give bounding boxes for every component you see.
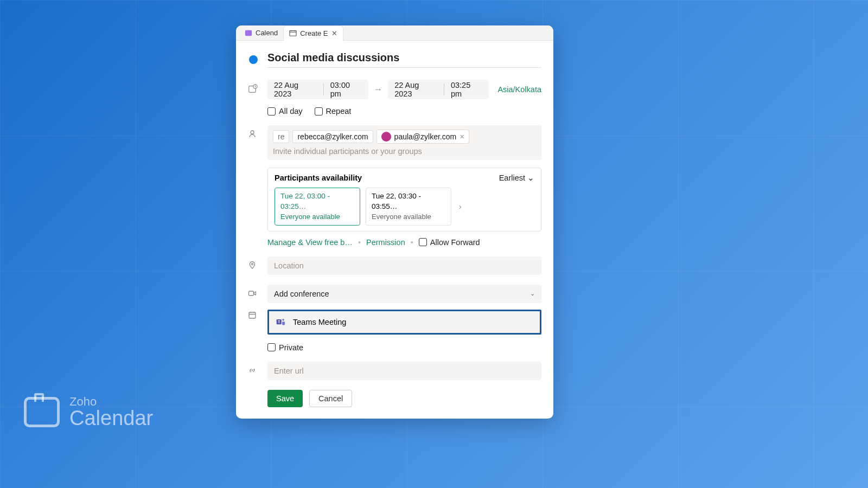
brand-product: Calendar: [69, 408, 153, 428]
svg-text:T: T: [278, 320, 280, 324]
zoho-calendar-logo: Zoho Calendar: [24, 396, 153, 428]
availability-sort-button[interactable]: Earliest ⌄: [499, 174, 534, 182]
participant-search-input[interactable]: re: [273, 130, 289, 143]
calendar-icon: [248, 306, 260, 319]
private-checkbox[interactable]: Private: [267, 343, 303, 352]
avatar: [381, 132, 391, 142]
svg-point-10: [282, 319, 284, 321]
svg-rect-1: [290, 31, 296, 36]
checkbox-icon: [267, 343, 276, 351]
private-label: Private: [279, 343, 303, 352]
svg-rect-0: [245, 30, 252, 36]
availability-panel: Participants availability Earliest ⌄ Tue…: [267, 168, 541, 232]
availability-heading: Participants availability: [275, 174, 362, 182]
svg-point-5: [251, 263, 253, 265]
allow-forward-label: Allow Forward: [430, 238, 480, 247]
svg-point-4: [251, 131, 254, 134]
location-input[interactable]: Location: [267, 256, 541, 275]
tab-label: Create E: [300, 29, 328, 37]
slot-status: Everyone available: [372, 212, 445, 222]
availability-slot[interactable]: Tue 22, 03:30 - 03:55… Everyone availabl…: [366, 188, 451, 226]
chevron-down-icon: ⌄: [530, 290, 535, 297]
tab-create-event[interactable]: Create E ✕: [283, 25, 343, 41]
remove-chip-icon[interactable]: ✕: [459, 133, 464, 140]
repeat-checkbox[interactable]: Repeat: [315, 107, 352, 115]
url-input[interactable]: Enter url: [267, 362, 541, 380]
datetime-icon: [248, 80, 260, 94]
next-slots-button[interactable]: ›: [457, 202, 464, 211]
timezone-link[interactable]: Asia/Kolkata: [497, 85, 541, 94]
slot-time: Tue 22, 03:00 - 03:25…: [280, 191, 354, 212]
end-date: 22 Aug 2023: [388, 81, 444, 98]
manage-free-busy-link[interactable]: Manage & View free b…: [267, 238, 353, 247]
participants-field[interactable]: re rebecca@zylker.com paula@zylker.com ✕…: [267, 125, 541, 160]
start-date: 22 Aug 2023: [267, 81, 323, 98]
tab-calendar[interactable]: Calend: [239, 25, 283, 41]
conference-label: Add conference: [274, 290, 329, 298]
start-time: 03:00 pm: [324, 81, 368, 98]
invite-placeholder: Invite individual participants or your g…: [273, 147, 536, 156]
checkbox-icon: [315, 107, 323, 115]
participant-chip[interactable]: rebecca@zylker.com: [292, 130, 373, 143]
tab-label: Calend: [256, 29, 278, 37]
teams-meeting-label: Teams Meeting: [293, 318, 346, 326]
link-icon: [248, 362, 260, 375]
chevron-down-icon: ⌄: [527, 174, 534, 182]
start-datetime[interactable]: 22 Aug 2023 03:00 pm: [267, 80, 368, 99]
slot-time: Tue 22, 03:30 - 03:55…: [372, 191, 445, 212]
participant-chip[interactable]: paula@zylker.com ✕: [376, 130, 470, 144]
create-event-window: Calend Create E ✕ 22 Aug 2023 03:00 pm: [236, 25, 553, 419]
end-time: 03:25 pm: [444, 81, 489, 98]
event-color-dot[interactable]: [249, 55, 258, 64]
teams-meeting-option[interactable]: T Teams Meeting: [267, 310, 541, 335]
calendar-app-icon: [245, 29, 252, 37]
separator: •: [358, 238, 361, 247]
checkbox-icon: [419, 238, 427, 246]
participant-email: paula@zylker.com: [394, 132, 457, 141]
end-datetime[interactable]: 22 Aug 2023 03:25 pm: [388, 80, 489, 99]
location-icon: [248, 256, 260, 269]
video-icon: [248, 285, 260, 298]
event-title-input[interactable]: [267, 52, 541, 68]
slot-status: Everyone available: [280, 212, 354, 222]
svg-rect-6: [249, 291, 254, 296]
checkbox-icon: [267, 107, 276, 115]
calendar-logo-icon: [24, 397, 60, 427]
separator: •: [411, 238, 413, 247]
create-event-icon: [289, 29, 297, 37]
availability-slot[interactable]: Tue 22, 03:00 - 03:25… Everyone availabl…: [275, 188, 360, 226]
repeat-label: Repeat: [326, 107, 352, 115]
all-day-checkbox[interactable]: All day: [267, 107, 303, 115]
cancel-button[interactable]: Cancel: [309, 390, 352, 407]
save-button[interactable]: Save: [267, 390, 303, 407]
participant-email: rebecca@zylker.com: [297, 132, 368, 141]
allow-forward-checkbox[interactable]: Allow Forward: [419, 238, 480, 247]
add-conference-dropdown[interactable]: Add conference ⌄: [267, 285, 541, 303]
participants-icon: [248, 125, 260, 138]
teams-icon: T: [276, 317, 286, 328]
tab-bar: Calend Create E ✕: [236, 25, 553, 41]
permission-link[interactable]: Permission: [366, 238, 405, 247]
all-day-label: All day: [279, 107, 303, 115]
brand-name: Zoho: [69, 396, 153, 408]
svg-rect-7: [249, 312, 256, 318]
arrow-right-icon: →: [374, 85, 382, 94]
close-icon[interactable]: ✕: [331, 29, 337, 37]
